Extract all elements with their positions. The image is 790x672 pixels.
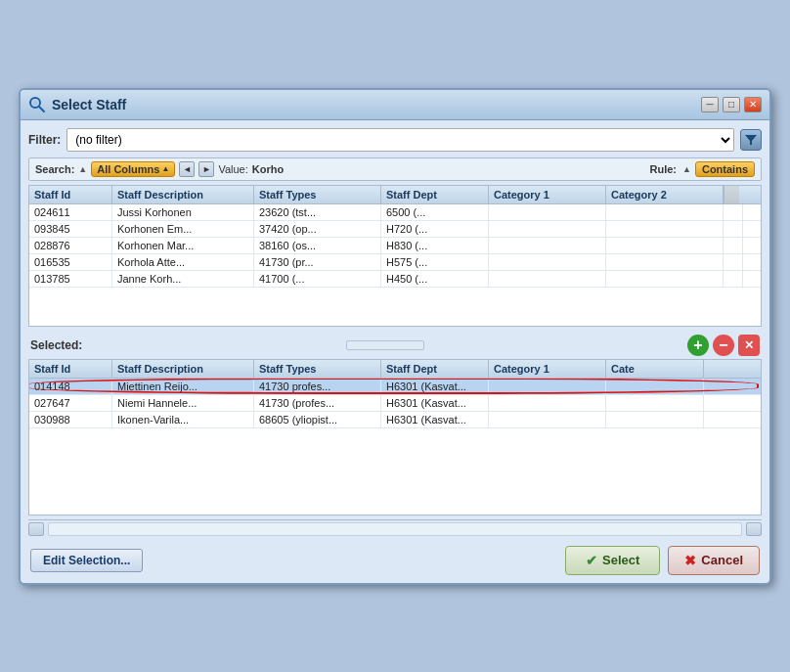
next-nav-button[interactable]: ► — [198, 161, 214, 177]
cell-scroll — [724, 254, 743, 270]
lower-col-staff-id: Staff Id — [29, 360, 112, 378]
col-staff-description: Staff Description — [112, 186, 254, 203]
cell-types: 37420 (op... — [254, 221, 381, 237]
cell-description: Korhonen Em... — [112, 221, 254, 237]
cell-dept: H830 (... — [381, 238, 489, 253]
cell-dept: H6301 (Kasvat... — [381, 412, 489, 427]
cell-cate — [606, 412, 704, 427]
svg-marker-3 — [745, 135, 757, 145]
table-row[interactable]: 024611 Jussi Korhonen 23620 (tst... 6500… — [29, 204, 761, 221]
edit-selection-button[interactable]: Edit Selection... — [30, 549, 143, 572]
checkmark-icon: ✔ — [586, 553, 597, 568]
lower-col-cate: Cate — [606, 360, 704, 378]
cell-description: Korhola Atte... — [112, 254, 254, 270]
value-text: Korho — [252, 163, 284, 175]
col-staff-dept: Staff Dept — [381, 186, 489, 203]
scroll-track[interactable] — [48, 522, 742, 536]
cell-dept: H575 (... — [381, 254, 489, 270]
filter-row: Filter: (no filter) — [28, 128, 762, 152]
selected-header: Selected: + − ✕ — [28, 335, 762, 356]
search-icon — [28, 96, 46, 113]
maximize-button[interactable]: □ — [723, 97, 740, 112]
cell-scroll — [724, 221, 743, 237]
selected-table-row[interactable]: 030988 Ikonen-Varila... 68605 (yliopist.… — [29, 412, 761, 428]
selected-table-row-highlighted[interactable]: 014148 Miettinen Reijo... 41730 profes..… — [29, 379, 761, 395]
cell-cat1 — [489, 238, 606, 253]
cell-cat2 — [606, 271, 724, 287]
cell-description: Miettinen Reijo... — [112, 379, 254, 394]
cell-types: 41730 (pr... — [254, 254, 381, 270]
svg-line-1 — [39, 107, 44, 112]
lower-table: Staff Id Staff Description Staff Types S… — [28, 359, 762, 515]
cell-staff-id: 013785 — [29, 271, 112, 287]
remove-button[interactable]: − — [713, 335, 734, 356]
value-label: Value: — [218, 163, 247, 175]
select-staff-dialog: Select Staff ─ □ ✕ Filter: (no filter) S… — [19, 88, 771, 585]
scroll-thumb[interactable] — [28, 522, 44, 536]
contains-button[interactable]: Contains — [695, 161, 755, 177]
cell-staff-id: 024611 — [29, 204, 112, 220]
table-row[interactable]: 016535 Korhola Atte... 41730 (pr... H575… — [29, 254, 761, 271]
selected-label: Selected: — [30, 338, 82, 352]
cell-cat2 — [606, 221, 724, 237]
table-row[interactable]: 013785 Janne Korh... 41700 (... H450 (..… — [29, 271, 761, 288]
cell-cate — [606, 379, 704, 394]
cell-cat2 — [606, 238, 724, 253]
cancel-label: Cancel — [701, 553, 743, 567]
prev-nav-button[interactable]: ◄ — [179, 161, 195, 177]
cell-description: Niemi Hannele... — [112, 395, 254, 411]
search-sort-icon: ▲ — [78, 164, 87, 174]
all-columns-button[interactable]: All Columns ▲ — [91, 161, 175, 177]
minimize-button[interactable]: ─ — [701, 97, 719, 112]
cell-dept: H6301 (Kasvat... — [381, 395, 489, 411]
cell-staff-id: 030988 — [29, 412, 112, 427]
scroll-thumb-right[interactable] — [746, 522, 762, 536]
filter-funnel-icon[interactable] — [740, 129, 762, 151]
cell-description: Janne Korh... — [112, 271, 254, 287]
dialog-title: Select Staff — [52, 97, 126, 112]
upper-table-body[interactable]: 024611 Jussi Korhonen 23620 (tst... 6500… — [29, 204, 761, 321]
lower-table-header: Staff Id Staff Description Staff Types S… — [29, 360, 761, 379]
rule-sort-icon: ▲ — [682, 164, 691, 174]
select-button[interactable]: ✔ Select — [565, 546, 660, 575]
upper-scroll-track[interactable] — [346, 340, 424, 350]
crossmark-icon: ✖ — [684, 553, 696, 568]
cell-cat1 — [489, 395, 606, 411]
add-button[interactable]: + — [687, 335, 709, 356]
cell-types: 41730 (profes... — [254, 395, 381, 411]
cell-cat1 — [489, 221, 606, 237]
selected-table-row[interactable]: 027647 Niemi Hannele... 41730 (profes...… — [29, 395, 761, 412]
cell-staff-id: 016535 — [29, 254, 112, 270]
search-label: Search: — [35, 163, 74, 175]
cancel-button[interactable]: ✖ Cancel — [668, 546, 760, 575]
cell-description: Jussi Korhonen — [112, 204, 254, 220]
table-row[interactable]: 028876 Korhonen Mar... 38160 (os... H830… — [29, 238, 761, 254]
cell-dept: H720 (... — [381, 221, 489, 237]
lower-table-body[interactable]: 014148 Miettinen Reijo... 41730 profes..… — [29, 379, 761, 510]
cell-dept: H450 (... — [381, 271, 489, 287]
cell-staff-id: 028876 — [29, 238, 112, 253]
table-row[interactable]: 093845 Korhonen Em... 37420 (op... H720 … — [29, 221, 761, 238]
cell-staff-id: 027647 — [29, 395, 112, 411]
filter-select[interactable]: (no filter) — [66, 128, 734, 152]
upper-table: Staff Id Staff Description Staff Types S… — [28, 185, 762, 327]
search-row: Search: ▲ All Columns ▲ ◄ ► Value: Korho… — [28, 157, 762, 181]
cell-cat1 — [489, 412, 606, 427]
cell-cat1 — [489, 271, 606, 287]
title-buttons: ─ □ ✕ — [701, 97, 762, 112]
lower-col-dept: Staff Dept — [381, 360, 489, 378]
cell-cat1 — [489, 379, 606, 394]
cell-description: Ikonen-Varila... — [112, 412, 254, 427]
lower-col-description: Staff Description — [112, 360, 254, 378]
action-buttons: ✔ Select ✖ Cancel — [565, 546, 760, 575]
clear-button[interactable]: ✕ — [738, 335, 760, 356]
cell-staff-id: 093845 — [29, 221, 112, 237]
close-button[interactable]: ✕ — [744, 97, 762, 112]
cell-scroll — [724, 204, 743, 220]
col-staff-types: Staff Types — [254, 186, 381, 203]
cell-types: 41730 profes... — [254, 379, 381, 394]
bottom-scrollbar — [28, 519, 762, 538]
cell-description: Korhonen Mar... — [112, 238, 254, 253]
cell-scroll — [724, 238, 743, 253]
bottom-buttons: Edit Selection... ✔ Select ✖ Cancel — [28, 546, 762, 575]
